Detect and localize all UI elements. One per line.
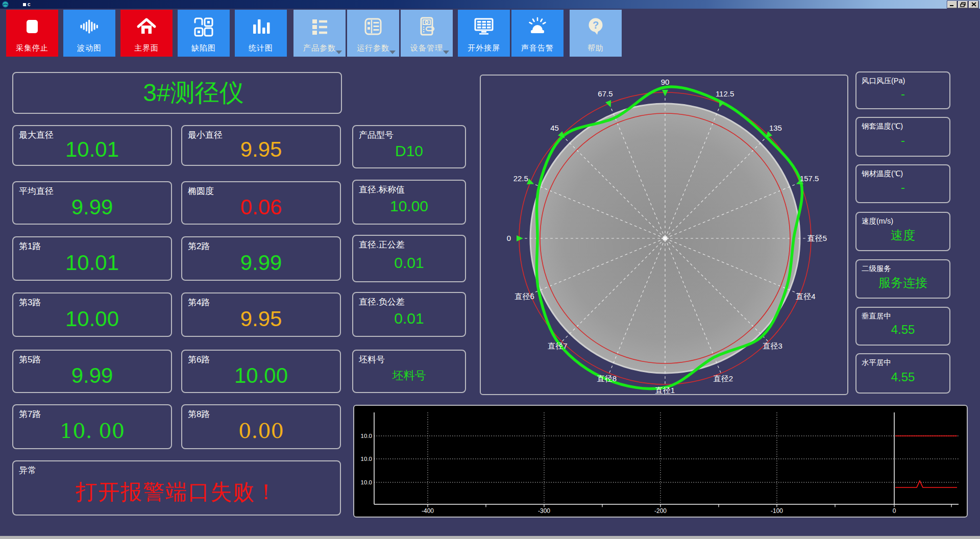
svg-text:157.5: 157.5	[800, 174, 819, 183]
toolbar-button-external-screen[interactable]: 开外接屏	[458, 10, 510, 57]
svg-text:0: 0	[507, 234, 511, 242]
metric-value: 9.95	[182, 136, 340, 163]
toolbar-button-sound-alarm[interactable]: 声音告警	[511, 10, 564, 57]
monitor-icon	[458, 15, 510, 38]
metric-ovality: 椭圆度0.06	[181, 181, 341, 225]
svg-text:112.5: 112.5	[716, 89, 734, 98]
svg-text:45: 45	[550, 124, 559, 132]
alarm-message: 打开报警端口失败！	[13, 472, 340, 512]
svg-text:直径7: 直径7	[548, 341, 567, 350]
svg-text:-100: -100	[771, 507, 783, 514]
metric-value: 0.01	[353, 303, 465, 334]
toolbar-button-wave-chart[interactable]: 波动图	[63, 10, 115, 57]
polar-chart: 022.54567.590112.5135157.5直径5直径4直径3直径2直径…	[481, 76, 847, 394]
status-value: 4.55	[856, 363, 949, 390]
svg-text:直径5: 直径5	[807, 234, 827, 242]
metric-value: 10. 00	[13, 415, 171, 446]
toolbar-button-label: 声音告警	[511, 43, 564, 53]
metric-value: D10	[353, 136, 465, 165]
close-button[interactable]	[969, 1, 978, 8]
svg-text:0: 0	[893, 507, 896, 514]
station-title-box: 3#测径仪	[12, 72, 342, 114]
restore-button[interactable]	[958, 1, 968, 8]
titlebar-glyph	[23, 3, 26, 6]
minimize-button[interactable]	[947, 1, 957, 8]
svg-text:10.0: 10.0	[361, 456, 372, 462]
toolbar-button-run-params[interactable]: 运行参数	[347, 10, 399, 57]
toolbar-button-stop-capture[interactable]: 采集停止	[6, 10, 58, 57]
svg-text:22.5: 22.5	[513, 174, 528, 183]
metric-path5: 第5路9.99	[12, 350, 172, 393]
bars-icon	[235, 15, 287, 38]
svg-text:直径3: 直径3	[763, 341, 782, 350]
trend-chart: 10.010.010.0-400-300-200-1000	[354, 406, 967, 517]
svg-text:67.5: 67.5	[598, 89, 612, 98]
status-l2-service: 二级服务服务连接	[855, 259, 950, 299]
toolbar-button-main-screen[interactable]: 主界面	[120, 10, 173, 57]
status-steel-temp: 钢材温度(℃)-	[855, 164, 950, 203]
svg-text:直径8: 直径8	[597, 374, 617, 383]
defect-icon	[178, 15, 230, 38]
question-icon: ?	[570, 15, 622, 38]
metric-value: 9.99	[182, 248, 340, 278]
status-tuyere-pressure: 风口风压(Pa)-	[855, 71, 950, 109]
status-value: 速度	[856, 222, 949, 248]
toolbar-button-product-params[interactable]: 产品参数	[293, 10, 346, 57]
metric-value: 坯料号	[353, 361, 465, 390]
dropdown-caret-icon	[443, 51, 449, 54]
metric-value: 10.01	[13, 136, 171, 163]
svg-text:直径4: 直径4	[796, 292, 815, 301]
metric-path8: 第8路0.00	[181, 404, 341, 449]
metric-value: 10.01	[13, 248, 171, 278]
metric-path2: 第2路9.99	[181, 236, 341, 281]
home-icon	[120, 15, 173, 38]
metric-value: 9.99	[13, 361, 171, 390]
toolbar-button-label: 采集停止	[6, 43, 58, 53]
dropdown-caret-icon	[336, 51, 342, 54]
svg-text:?: ?	[593, 19, 599, 31]
dropdown-caret-icon	[389, 51, 396, 54]
status-horizontal-center: 水平居中4.55	[855, 353, 950, 394]
svg-text:直径1: 直径1	[655, 386, 675, 394]
toolbar-button-label: 帮助	[570, 43, 622, 53]
status-speed: 速度(m/s)速度	[855, 212, 950, 251]
toolbar-button-device-mgmt[interactable]: 设备管理	[401, 10, 453, 57]
svg-text:-400: -400	[422, 507, 434, 514]
metric-path7: 第7路10. 00	[12, 404, 172, 449]
toolbar-button-label: 主界面	[120, 43, 173, 53]
metric-value: 10.00	[182, 361, 340, 390]
svg-text:-200: -200	[654, 507, 667, 514]
wave-icon	[63, 15, 115, 38]
toolbar-button-defect-chart[interactable]: 缺陷图	[178, 10, 230, 57]
metric-path4: 第4路9.95	[181, 292, 341, 337]
status-value: -	[856, 175, 949, 200]
metric-product-model: 产品型号D10	[352, 125, 466, 168]
window-title: c	[28, 0, 31, 9]
siren-icon	[511, 15, 564, 38]
metric-value: 10.00	[353, 191, 465, 222]
toolbar-button-label: 波动图	[63, 43, 115, 53]
status-sleeve-temp: 钢套温度(℃)-	[855, 117, 950, 157]
toolbar-button-stats-chart[interactable]: 统计图	[235, 10, 287, 57]
metric-value: 0.01	[353, 246, 465, 279]
device-icon	[401, 15, 453, 38]
alarm-box: 异常 打开报警端口失败！	[12, 460, 341, 516]
metric-avg-diameter: 平均直径9.99	[12, 181, 172, 225]
metric-value: 0.06	[182, 192, 340, 222]
toolbar-button-help[interactable]: ?帮助	[570, 10, 622, 57]
svg-text:10.0: 10.0	[361, 479, 372, 485]
svg-text:90: 90	[661, 78, 670, 86]
app-icon	[2, 1, 9, 8]
status-value: -	[856, 127, 949, 154]
trend-chart-panel: 10.010.010.0-400-300-200-1000	[353, 405, 968, 518]
toolbar-button-label: 缺陷图	[178, 43, 230, 53]
metric-path6: 第6路10.00	[181, 350, 341, 393]
stop-icon	[6, 15, 58, 38]
svg-text:直径2: 直径2	[714, 374, 733, 383]
svg-text:10.0: 10.0	[361, 433, 372, 439]
list-icon	[293, 15, 346, 38]
bottom-edge-strip	[0, 536, 980, 539]
metric-path3: 第3路10.00	[12, 292, 172, 337]
app-window: c 采集停止波动图 主界面 缺陷图 统计图	[0, 0, 980, 539]
metric-value: 10.00	[13, 304, 171, 334]
